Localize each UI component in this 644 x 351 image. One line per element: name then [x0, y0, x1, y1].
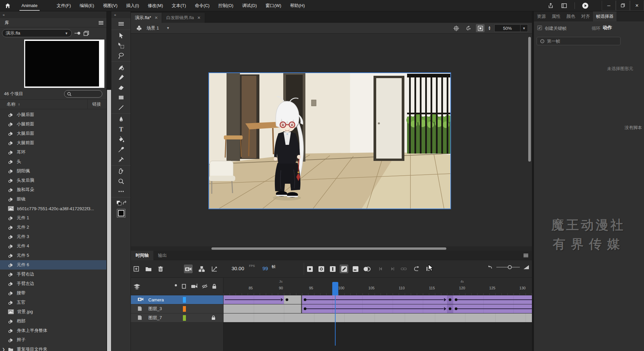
home-icon[interactable]	[0, 3, 15, 9]
layer-color-swatch[interactable]	[183, 306, 186, 312]
library-link-header[interactable]: 链接	[87, 100, 106, 109]
paint-bucket-icon[interactable]	[115, 134, 127, 144]
frame-track-图层_3[interactable]	[224, 304, 532, 313]
library-item[interactable]: 阴阳佩	[0, 166, 106, 176]
onion-outlines-icon[interactable]	[351, 265, 360, 273]
current-frame-value[interactable]: 99	[262, 266, 268, 271]
attach-camera-icon[interactable]	[191, 284, 198, 289]
link-frames-icon[interactable]	[399, 265, 408, 273]
pen-icon[interactable]	[115, 114, 127, 124]
prev-keyframe-icon[interactable]	[377, 265, 385, 273]
doc-tab-0[interactable]: 演示.fla*✕	[131, 13, 162, 23]
menu-1[interactable]: 编辑(E)	[75, 0, 98, 11]
menu-0[interactable]: 文件(F)	[52, 0, 76, 11]
library-item[interactable]: 眼镜	[0, 194, 106, 204]
new-layer-icon[interactable]	[132, 265, 141, 273]
tab-timeline[interactable]: 时间轴	[131, 251, 153, 260]
new-library-panel-icon[interactable]	[83, 31, 89, 36]
menu-9[interactable]: 窗口(W)	[261, 0, 286, 11]
library-item[interactable]: ❯重复项目文件夹	[0, 345, 106, 351]
tween-span[interactable]	[302, 304, 447, 313]
frame-track-Camera[interactable]	[224, 295, 532, 304]
library-item[interactable]: 元件 1	[0, 213, 106, 223]
close-button[interactable]: ✕	[630, 1, 644, 11]
keycell-span[interactable]	[447, 304, 453, 313]
lock-all-icon[interactable]	[212, 284, 216, 289]
menu-2[interactable]: 视图(V)	[99, 0, 122, 11]
scene-label[interactable]: 场景 1	[147, 25, 159, 31]
menu-6[interactable]: 命令(C)	[190, 0, 214, 11]
fps-value[interactable]: 30.00	[232, 266, 244, 271]
stage[interactable]	[209, 73, 450, 209]
doc-tab-1[interactable]: 白发眼镜男.fla✕	[162, 13, 205, 23]
library-item[interactable]: 脸和耳朵	[0, 185, 106, 194]
next-keyframe-icon[interactable]	[388, 265, 397, 273]
center-stage-icon[interactable]	[452, 24, 460, 32]
library-item[interactable]: 元件 6	[0, 260, 106, 270]
zoom-steppers[interactable]: ▲▼	[488, 26, 491, 31]
center-frame-icon[interactable]	[305, 265, 314, 273]
stage-vertical-scrollbar[interactable]	[528, 37, 531, 162]
library-name-header[interactable]: 名称	[0, 101, 15, 107]
layer-row-图层_7[interactable]: 图层_7	[131, 313, 223, 323]
library-panel-menu-icon[interactable]	[98, 21, 104, 25]
library-document-select[interactable]: 演示.fla▼	[2, 29, 72, 37]
library-item[interactable]: 元件 3	[0, 232, 106, 241]
app-title[interactable]: Animate	[15, 0, 44, 11]
right-tab-资源[interactable]: 资源	[534, 11, 549, 21]
library-item[interactable]: 辫子	[0, 335, 106, 345]
playhead[interactable]	[332, 282, 338, 295]
tools-menu-icon[interactable]	[115, 19, 127, 29]
loop-frames-icon[interactable]	[317, 265, 326, 273]
library-item[interactable]: 五官	[0, 298, 106, 307]
first-frame-item[interactable]: 第一帧	[537, 37, 621, 45]
static-span[interactable]	[284, 295, 302, 304]
close-tab-icon[interactable]: ✕	[154, 15, 158, 20]
rotate-view-icon[interactable]	[464, 24, 473, 32]
line-icon[interactable]	[115, 103, 127, 113]
layer-color-swatch[interactable]	[183, 315, 186, 321]
library-item[interactable]: 元件 4	[0, 241, 106, 251]
actions-panel-title[interactable]: 动作	[603, 25, 612, 31]
layer-name[interactable]: 图层_3	[148, 306, 162, 312]
selection-icon[interactable]	[115, 31, 127, 41]
lock-icon[interactable]	[211, 315, 215, 320]
tween-span[interactable]	[453, 295, 532, 304]
pin-icon[interactable]	[74, 31, 81, 35]
minimize-button[interactable]: ─	[602, 1, 616, 11]
library-item[interactable]: 档部	[0, 316, 106, 326]
library-item[interactable]: 腰带	[0, 288, 106, 298]
outline-column-icon[interactable]	[182, 284, 186, 289]
graph-editor-icon[interactable]	[210, 265, 219, 273]
color-swatch-icon[interactable]	[115, 208, 127, 218]
layer-color-swatch[interactable]	[183, 297, 186, 303]
library-item[interactable]: 头	[0, 157, 106, 166]
menu-10[interactable]: 帮助(H)	[286, 0, 309, 11]
library-collapse-icon[interactable]: «	[0, 11, 106, 18]
restore-button[interactable]	[616, 1, 630, 11]
menu-5[interactable]: 文本(T)	[167, 0, 191, 11]
library-tab[interactable]: 库	[0, 20, 14, 26]
static-span[interactable]	[224, 313, 532, 322]
free-transform-icon[interactable]	[115, 41, 127, 51]
onion-range-icon[interactable]	[362, 265, 371, 273]
workspace-icon[interactable]	[558, 1, 570, 10]
timeline-ruler[interactable]: 8590951001051101151201251303s4s	[224, 278, 532, 295]
library-item[interactable]: 小腿后面	[0, 110, 106, 119]
library-item[interactable]: 元件 2	[0, 223, 106, 232]
close-tab-icon[interactable]: ✕	[197, 15, 201, 20]
library-item[interactable]: 耳环	[0, 148, 106, 157]
scene-dropdown-icon[interactable]: ▼	[166, 26, 170, 30]
zoom-dropdown-icon[interactable]: ▼	[521, 24, 528, 32]
classic-brush-icon[interactable]	[115, 72, 127, 82]
lasso-icon[interactable]	[115, 51, 127, 61]
frame-track-图层_7[interactable]	[224, 313, 532, 323]
layer-row-Camera[interactable]: Camera	[131, 295, 223, 304]
zoom-icon[interactable]	[115, 176, 127, 186]
fluid-brush-icon[interactable]	[115, 62, 127, 72]
tween-span[interactable]	[453, 304, 532, 313]
timeline-zoom-ramp-icon[interactable]	[523, 265, 529, 270]
zoom-level-value[interactable]: 50%	[494, 24, 521, 32]
eraser-icon[interactable]	[115, 82, 127, 93]
eyedropper-icon[interactable]	[115, 144, 127, 155]
